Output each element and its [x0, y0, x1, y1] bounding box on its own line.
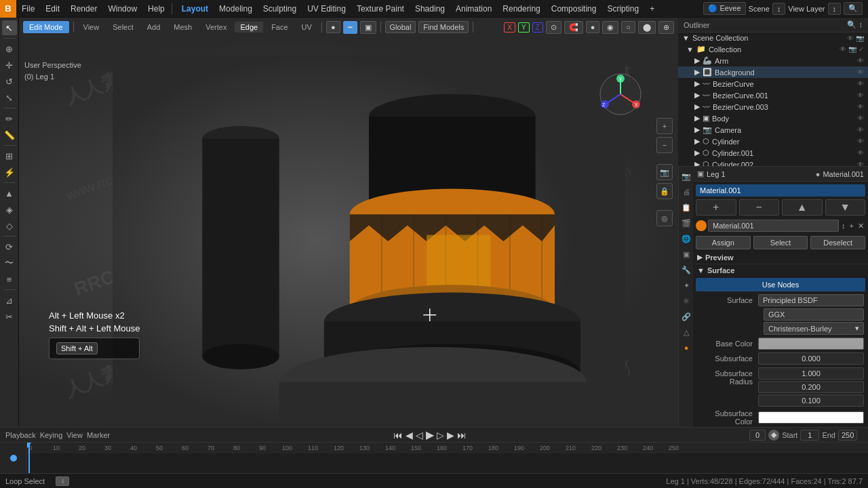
select-btn[interactable]: Select	[753, 236, 808, 249]
move-tool[interactable]: ✛	[2, 58, 17, 73]
vertex-select-mode[interactable]: ●	[326, 21, 340, 33]
collection-item-background[interactable]: ▶🔳Background 👁	[678, 66, 868, 78]
start-frame-input[interactable]: 1	[800, 430, 819, 441]
collection-item-beziercurve003[interactable]: ▶〰BezierCurve.003 👁	[678, 101, 868, 113]
surface-section-header[interactable]: ▼ Surface	[693, 264, 868, 277]
smooth-tool[interactable]: 〜	[2, 256, 17, 270]
mesh-menu[interactable]: Mesh	[168, 22, 197, 33]
object-props-icon[interactable]: ▣	[679, 247, 694, 262]
collection-item-arm[interactable]: ▶🦾Arm 👁	[678, 55, 868, 66]
viewport-shading-material[interactable]: ◉	[602, 21, 618, 34]
end-frame-input[interactable]: 250	[838, 430, 857, 441]
object-data-props-icon[interactable]: △	[679, 325, 694, 340]
proportional-edit-btn[interactable]: ⊙	[546, 21, 561, 34]
global-search-btn[interactable]: 🔍	[844, 2, 863, 15]
preview-section-header[interactable]: ▶ Preview	[693, 251, 868, 264]
edge-slide-tool[interactable]: ≡	[2, 272, 17, 287]
subsurface-color-swatch[interactable]	[758, 411, 864, 424]
next-keyframe-btn[interactable]: ▷	[437, 430, 444, 441]
menu-help[interactable]: Help	[142, 0, 170, 17]
z-axis-btn[interactable]: Z	[532, 22, 543, 33]
subsurface-method-selector[interactable]: Christensen-Burley ▾	[764, 322, 864, 335]
scale-tool[interactable]: ⤡	[2, 90, 17, 105]
gizmo-btn[interactable]: ⊕	[658, 21, 674, 34]
assign-btn[interactable]: Assign	[696, 236, 751, 249]
knife-tool[interactable]: ⚡	[2, 165, 17, 180]
overlay-btn[interactable]: ⬤	[638, 21, 656, 34]
menu-file[interactable]: File	[16, 0, 40, 17]
marker-menu[interactable]: Marker	[87, 431, 110, 439]
collection-item-body[interactable]: ▶▣Body 👁	[678, 113, 868, 124]
workspace-rendering[interactable]: Rendering	[497, 0, 545, 17]
render-props-icon[interactable]: 📷	[679, 169, 694, 184]
inset-tool[interactable]: ◈	[2, 202, 17, 217]
collection-item-cylinder001[interactable]: ▶⬡Cylinder.001 👁	[678, 147, 868, 159]
collection-item-beziercurve[interactable]: ▶〰BezierCurve 👁	[678, 78, 868, 89]
prev-frame-btn[interactable]: ◀	[406, 430, 413, 441]
workspace-scripting[interactable]: Scripting	[601, 0, 644, 17]
workspace-shading[interactable]: Shading	[410, 0, 450, 17]
view-menu[interactable]: View	[78, 22, 105, 33]
view-layer-selector[interactable]: ↕	[828, 3, 842, 15]
face-menu[interactable]: Face	[266, 22, 293, 33]
scene-selector[interactable]: ↕	[772, 3, 786, 15]
bevel-tool[interactable]: ◇	[2, 218, 17, 233]
y-axis-btn[interactable]: Y	[518, 22, 530, 33]
view-lock-btn[interactable]: 🔒	[656, 183, 673, 199]
jump-start-btn[interactable]: ⏮	[393, 430, 403, 441]
prev-keyframe-btn[interactable]: ◁	[416, 430, 423, 441]
keying-menu[interactable]: Keying	[40, 431, 63, 439]
material-browse-btn[interactable]: ↕	[840, 222, 847, 230]
surface-type-selector[interactable]: Principled BSDF	[758, 294, 864, 306]
move-material-up-btn[interactable]: ▲	[782, 199, 823, 216]
edit-mode-selector[interactable]: Edit Mode	[23, 21, 69, 33]
view-camera-btn[interactable]: 📷	[656, 164, 673, 180]
collection-item-beziercurve001[interactable]: ▶〰BezierCurve.001 👁	[678, 89, 868, 101]
view-local-btn[interactable]: ◎	[656, 210, 673, 226]
timeline-track-area[interactable]: 0 10 20 30 40 50 60 70 80 90 100 110 120…	[27, 443, 868, 473]
current-frame-input[interactable]: 0	[749, 430, 766, 441]
select-menu[interactable]: Select	[107, 22, 139, 33]
workspace-animation[interactable]: Animation	[450, 0, 497, 17]
add-material-slot-btn[interactable]: +	[696, 199, 736, 216]
workspace-modeling[interactable]: Modeling	[214, 0, 258, 17]
remove-material-slot-btn[interactable]: −	[739, 199, 780, 216]
collection-item-camera[interactable]: ▶📷Camera 👁	[678, 124, 868, 136]
menu-edit[interactable]: Edit	[40, 0, 65, 17]
workspace-add[interactable]: +	[644, 0, 660, 17]
annotate-tool[interactable]: ✏	[2, 111, 17, 126]
global-transform[interactable]: Global	[385, 21, 416, 33]
world-props-icon[interactable]: 🌐	[679, 231, 694, 246]
material-name-field[interactable]: Material.001	[708, 220, 839, 232]
find-models-btn[interactable]: Find Models	[418, 21, 469, 33]
loop-cut-tool[interactable]: ⊞	[2, 148, 17, 163]
keyframe-btn[interactable]: ◆	[768, 430, 779, 441]
workspace-layout[interactable]: Layout	[176, 0, 214, 17]
particles-props-icon[interactable]: ✦	[679, 278, 694, 293]
collection-item-cylinder[interactable]: ▶⬡Cylinder 👁	[678, 136, 868, 147]
navigation-gizmo[interactable]: Y X Z	[597, 70, 644, 118]
workspace-sculpting[interactable]: Sculpting	[258, 0, 302, 17]
scene-props-icon[interactable]: 🎬	[679, 216, 694, 230]
zoom-out-btn[interactable]: −	[656, 137, 673, 153]
measure-tool[interactable]: 📏	[2, 127, 17, 142]
subsurface-value[interactable]: 0.000	[758, 352, 864, 365]
view-layer-props-icon[interactable]: 📋	[679, 200, 694, 215]
select-tool[interactable]: ↖	[2, 20, 17, 35]
menu-render[interactable]: Render	[65, 0, 102, 17]
use-nodes-btn[interactable]: Use Nodes	[696, 278, 865, 291]
rip-tool[interactable]: ✂	[2, 309, 17, 324]
uv-menu[interactable]: UV	[296, 22, 317, 33]
output-props-icon[interactable]: 🖨	[679, 184, 694, 199]
collection-item-cylinder002[interactable]: ▶⬡Cylinder.002 👁	[678, 159, 868, 166]
engine-selector[interactable]: 🔵 Eevee	[703, 2, 745, 15]
zoom-in-btn[interactable]: +	[656, 118, 673, 134]
play-btn[interactable]: ▶	[426, 428, 434, 441]
jump-end-btn[interactable]: ⏭	[457, 430, 467, 441]
workspace-texture-paint[interactable]: Texture Paint	[351, 0, 410, 17]
ss-radius-g[interactable]: 0.200	[758, 381, 864, 393]
info-icon[interactable]: ℹ	[56, 476, 69, 486]
outliner-sort-icon[interactable]: ↕	[859, 20, 863, 29]
move-material-down-btn[interactable]: ▼	[825, 199, 866, 216]
material-slot-item[interactable]: Material.001	[696, 184, 865, 197]
